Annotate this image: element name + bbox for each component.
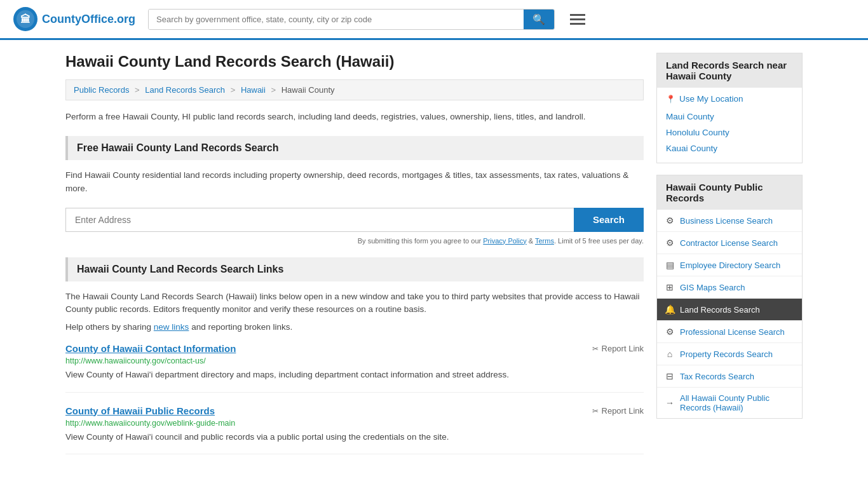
terms-link[interactable]: Terms [535,237,554,245]
free-search-header: Free Hawaii County Land Records Search [65,136,644,160]
report-link-button-2[interactable]: Report Link [592,406,644,416]
sidebar-public-records-title: Hawaii County Public Records [657,175,802,210]
free-search-description: Find Hawaii County residential land reco… [65,169,644,195]
sidebar-link-land-records[interactable]: 🔔 Land Records Search [657,299,802,320]
sidebar-nearby-title: Land Records Search near Hawaii County [657,53,802,88]
breadcrumb-public-records[interactable]: Public Records [74,85,129,95]
sidebar-link-gis-maps[interactable]: ⊞ GIS Maps Search [657,276,802,298]
record-link-item-2: County of Hawaii Public Records Report L… [65,405,644,454]
header: 🏛 CountyOffice.org 🔍 [0,0,868,40]
sidebar-link-business-license[interactable]: Business License Search [657,210,802,231]
list-item: Contractor License Search [657,232,802,254]
hamburger-line [570,18,585,20]
location-pin-icon [666,94,675,104]
search-submit-button[interactable]: Search [574,208,644,232]
page-title: Hawaii County Land Records Search (Hawai… [65,53,644,71]
address-input[interactable] [65,208,574,232]
bell-icon: 🔔 [665,304,675,315]
breadcrumb: Public Records > Land Records Search > H… [65,79,644,100]
record-desc-1: View County of Hawai'i department direct… [65,369,644,381]
list-item: → All Hawaii County Public Records (Hawa… [657,388,802,418]
links-description: The Hawaii County Land Records Search (H… [65,290,644,316]
header-search-input[interactable] [149,10,524,29]
sidebar-link-maui[interactable]: Maui County [666,109,793,125]
record-link-title-1[interactable]: County of Hawaii Contact Information [65,343,236,354]
hamburger-menu-button[interactable] [567,11,588,27]
record-link-title-2[interactable]: County of Hawaii Public Records [65,405,215,416]
sidebar-link-all-records[interactable]: → All Hawaii County Public Records (Hawa… [657,388,802,418]
record-url-1: http://www.hawaiicounty.gov/contact-us/ [65,356,644,365]
logo[interactable]: 🏛 CountyOffice.org [13,6,135,32]
links-section-header: Hawaii County Land Records Search Links [65,257,644,281]
hamburger-line [570,14,585,16]
record-link-header-1: County of Hawaii Contact Information Rep… [65,343,644,354]
main-container: Hawaii County Land Records Search (Hawai… [53,40,815,480]
doc-icon: ▤ [665,260,675,270]
list-item: ⊞ GIS Maps Search [657,276,802,299]
breadcrumb-hawaii[interactable]: Hawaii [241,85,266,95]
sidebar-link-property-records[interactable]: ⌂ Property Records Search [657,343,802,365]
record-desc-2: View County of Hawai'i council and publi… [65,431,644,444]
sidebar-nearby-content: Use My Location Maui County Honolulu Cou… [657,88,802,163]
record-url-2: http://www.hawaiicounty.gov/weblink-guid… [65,419,644,428]
sidebar-link-contractor-license[interactable]: Contractor License Search [657,232,802,254]
gear-icon [665,215,675,226]
sidebar-link-tax-records[interactable]: ⊟ Tax Records Search [657,365,802,387]
list-item: ⌂ Property Records Search [657,343,802,365]
list-item: ⊟ Tax Records Search [657,365,802,388]
gear-icon [665,238,675,248]
report-link-button-1[interactable]: Report Link [592,344,644,353]
svg-text:🏛: 🏛 [20,13,31,25]
logo-text: CountyOffice.org [42,13,135,26]
content-area: Hawaii County Land Records Search (Hawai… [65,53,644,467]
list-item: 🔔 Land Records Search [657,299,802,321]
share-text: Help others by sharing new links and rep… [65,322,644,332]
record-link-header-2: County of Hawaii Public Records Report L… [65,405,644,416]
sidebar-link-employee-directory[interactable]: ▤ Employee Directory Search [657,254,802,276]
address-search-form: Search [65,208,644,232]
privacy-policy-link[interactable]: Privacy Policy [483,237,526,245]
breadcrumb-land-records[interactable]: Land Records Search [145,85,225,95]
use-my-location-button[interactable]: Use My Location [666,94,743,104]
header-search-button[interactable]: 🔍 [524,10,554,29]
sidebar: Land Records Search near Hawaii County U… [656,53,803,467]
map-icon: ⊞ [665,282,675,292]
record-link-item-1: County of Hawaii Contact Information Rep… [65,343,644,392]
tax-icon: ⊟ [665,371,675,381]
breadcrumb-sep2: > [231,85,236,95]
report-icon-1 [592,344,599,353]
sidebar-nearby: Land Records Search near Hawaii County U… [656,53,803,163]
breadcrumb-sep3: > [271,85,276,95]
home-icon: ⌂ [665,349,675,359]
header-search-bar: 🔍 [148,9,555,30]
breadcrumb-hawaii-county: Hawaii County [281,85,335,95]
report-icon-2 [592,406,599,416]
sidebar-link-kauai[interactable]: Kauai County [666,140,793,156]
list-item: Professional License Search [657,321,802,343]
form-disclaimer: By submitting this form you agree to our… [65,237,644,245]
list-item: ▤ Employee Directory Search [657,254,802,276]
logo-icon: 🏛 [13,6,38,32]
sidebar-public-records: Hawaii County Public Records Business Li… [656,175,803,419]
page-description: Perform a free Hawaii County, HI public … [65,111,644,123]
sidebar-records-list: Business License Search Contractor Licen… [657,210,802,418]
gear-icon [665,327,675,337]
new-links-link[interactable]: new links [154,322,189,332]
arrow-icon: → [665,398,675,408]
hamburger-line [570,23,585,25]
list-item: Business License Search [657,210,802,232]
sidebar-link-honolulu[interactable]: Honolulu County [666,125,793,140]
sidebar-link-professional-license[interactable]: Professional License Search [657,321,802,342]
search-icon: 🔍 [532,14,545,25]
breadcrumb-sep: > [135,85,140,95]
